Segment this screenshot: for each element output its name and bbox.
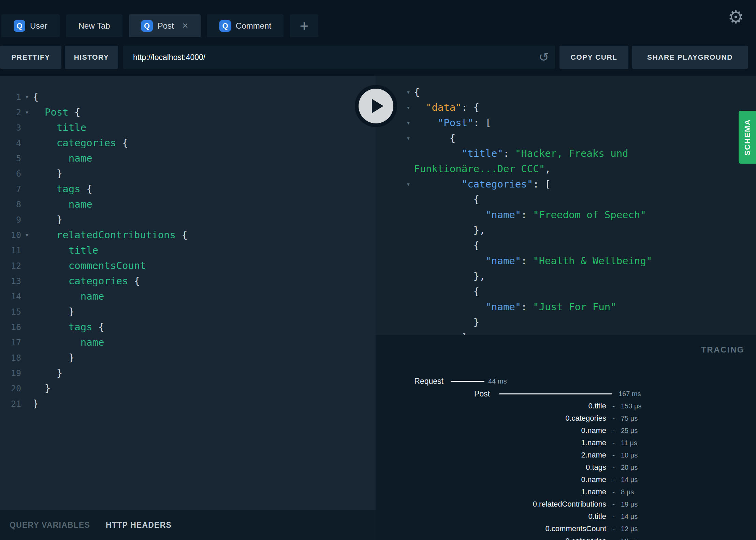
close-tab-icon[interactable]: ✕ xyxy=(182,21,188,30)
url-input[interactable] xyxy=(123,46,555,69)
trace-resolver-row: 1.name-8 μs xyxy=(376,486,756,498)
code-text: } xyxy=(33,350,74,365)
query-code: 1▾{2▾ Post {3 title4 categories {5 name6… xyxy=(0,76,376,411)
trace-resolver-row: 0.relatedContributions-19 μs xyxy=(376,498,756,510)
tab-comment[interactable]: QComment xyxy=(207,14,284,37)
line-number: 21 xyxy=(0,396,21,411)
response-line: "title": "Hacker, Freaks und xyxy=(376,146,756,161)
tracing-panel-header[interactable]: TRACING xyxy=(701,345,744,355)
execute-query-button[interactable] xyxy=(355,85,397,127)
tab-new-tab[interactable]: New Tab xyxy=(66,14,122,37)
code-text: "name": "Just For Fun" xyxy=(414,299,616,315)
code-token: name xyxy=(33,336,104,348)
fold-spacer xyxy=(21,120,33,135)
graphql-playground: QUserNew TabQPost✕QComment + ⚙ PRETTIFY … xyxy=(0,0,756,540)
code-token: "Hacker, Freaks und xyxy=(515,148,628,159)
response-line: ▾ "categories": [ xyxy=(376,177,756,192)
code-text: { xyxy=(414,192,479,207)
code-text: name xyxy=(33,289,104,304)
code-token: "categories" xyxy=(462,178,533,190)
resolver-duration: 13 μs xyxy=(621,537,756,540)
fold-arrow-icon[interactable]: ▾ xyxy=(403,115,414,131)
code-token xyxy=(414,178,462,190)
tab-user[interactable]: QUser xyxy=(1,14,60,37)
code-token: { xyxy=(414,132,455,144)
query-variables-tab[interactable]: QUERY VARIABLES xyxy=(10,521,90,530)
response-line: { xyxy=(376,284,756,299)
share-playground-button[interactable]: SHARE PLAYGROUND xyxy=(632,46,748,69)
code-token: : xyxy=(503,148,515,159)
fold-arrow-icon[interactable]: ▾ xyxy=(403,177,414,192)
code-text: Post { xyxy=(33,105,81,120)
schema-tab-label: SCHEMA xyxy=(743,119,752,155)
trace-resolver-row: 0.categories-13 μs xyxy=(376,535,756,540)
fold-arrow-icon[interactable]: ▾ xyxy=(21,105,33,120)
fold-spacer xyxy=(403,330,414,335)
trace-resolver-row: 0.title-14 μs xyxy=(376,510,756,523)
dash: - xyxy=(606,427,621,435)
code-text: "name": "Health & Wellbeing" xyxy=(414,253,652,269)
code-token: , xyxy=(545,163,551,175)
code-text: }, xyxy=(414,269,485,284)
code-token: title xyxy=(33,122,86,133)
fold-arrow-icon[interactable]: ▾ xyxy=(403,100,414,115)
code-text: name xyxy=(33,151,92,166)
fold-arrow-icon[interactable]: ▾ xyxy=(21,89,33,105)
span-duration: 44 ms xyxy=(488,377,507,385)
query-editor[interactable]: 1▾{2▾ Post {3 title4 categories {5 name6… xyxy=(0,76,376,510)
reload-icon[interactable]: ↺ xyxy=(539,51,549,63)
code-text: }, xyxy=(414,223,485,238)
response-line: { xyxy=(376,238,756,253)
query-line: 16 tags { xyxy=(0,319,376,335)
schema-side-tab[interactable]: SCHEMA xyxy=(739,111,756,164)
response-line: ▾ "Post": [ xyxy=(376,115,756,131)
http-headers-tab[interactable]: HTTP HEADERS xyxy=(106,521,172,530)
copy-curl-button[interactable]: COPY CURL xyxy=(559,46,628,69)
settings-gear-icon[interactable]: ⚙ xyxy=(728,8,744,26)
code-text: commentsCount xyxy=(33,258,146,273)
fold-spacer xyxy=(403,253,414,269)
history-button[interactable]: HISTORY xyxy=(65,46,118,69)
span-duration: 167 ms xyxy=(619,390,641,398)
query-line: 15 } xyxy=(0,304,376,319)
code-text: "categories": [ xyxy=(414,177,551,192)
line-number: 2 xyxy=(0,105,21,120)
code-text: name xyxy=(33,197,92,212)
code-text: } xyxy=(33,166,62,181)
tab-post[interactable]: QPost✕ xyxy=(129,14,201,37)
response-line: ▾ "data": { xyxy=(376,100,756,115)
line-number: 16 xyxy=(0,319,21,335)
fold-spacer xyxy=(21,381,33,396)
new-tab-button[interactable]: + xyxy=(290,14,318,37)
code-text: { xyxy=(414,85,420,100)
fold-arrow-icon[interactable]: ▾ xyxy=(403,131,414,146)
trace-resolver-row: 1.name-11 μs xyxy=(376,437,756,449)
code-token: { xyxy=(33,91,39,103)
prettify-button[interactable]: PRETTIFY xyxy=(0,46,61,69)
code-token: : [ xyxy=(474,117,491,129)
code-text: "name": "Freedom of Speech" xyxy=(414,207,646,223)
query-line: 19 } xyxy=(0,365,376,381)
line-number: 5 xyxy=(0,151,21,166)
code-token: "name" xyxy=(485,255,521,267)
response-line: "name": "Freedom of Speech" xyxy=(376,207,756,223)
resolver-duration: 10 μs xyxy=(621,451,756,459)
fold-arrow-icon[interactable]: ▾ xyxy=(21,227,33,243)
code-token: { xyxy=(116,137,128,149)
code-text: tags { xyxy=(33,319,104,335)
line-number: 4 xyxy=(0,135,21,151)
trace-resolver-row: 0.tags-20 μs xyxy=(376,461,756,474)
trace-span-request: Request 44 ms xyxy=(376,375,756,387)
plus-icon: + xyxy=(300,18,309,33)
code-text: "Post": [ xyxy=(414,115,491,131)
code-token xyxy=(414,102,426,113)
tab-label: Comment xyxy=(236,21,271,31)
fold-spacer xyxy=(403,192,414,207)
code-token: } xyxy=(33,367,62,379)
resolver-timing-list: 0.title-153 μs0.categories-75 μs0.name-2… xyxy=(376,400,756,540)
code-token: { xyxy=(69,106,81,118)
query-line: 10▾ relatedContributions { xyxy=(0,227,376,243)
code-token: "Just For Fun" xyxy=(533,301,616,313)
fold-arrow-icon[interactable]: ▾ xyxy=(403,85,414,100)
resolver-path: 1.name xyxy=(376,438,606,447)
